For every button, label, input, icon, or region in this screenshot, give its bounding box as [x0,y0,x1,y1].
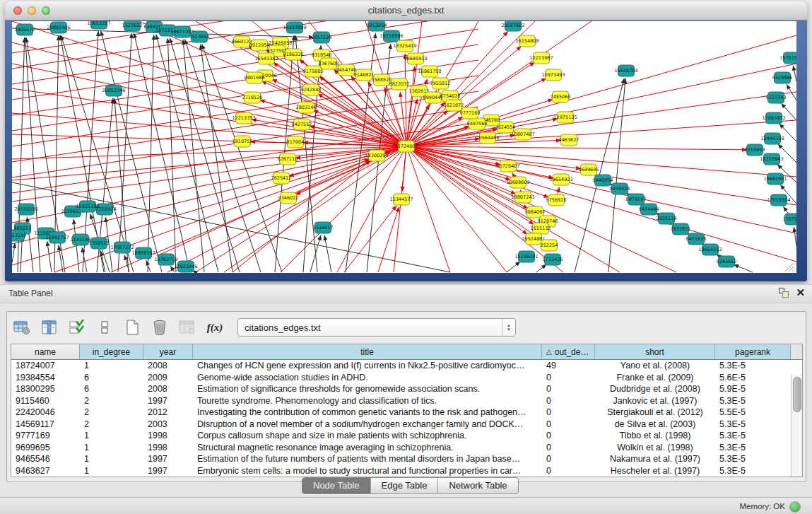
cell-pagerank[interactable]: 5.5E-5 [715,407,791,417]
graph-node[interactable]: 8938924 [610,183,630,194]
graph-node[interactable]: 8267110 [278,153,298,165]
cell-out_degree[interactable]: 0 [542,384,595,394]
cell-short[interactable]: Nakamura et al. (1997) [595,454,715,464]
header-out-degree[interactable]: △ out_de… [542,344,595,359]
cell-in_degree[interactable]: 1 [80,454,143,464]
graph-node[interactable]: 16210643 [760,153,783,165]
select-rows-button[interactable] [68,318,86,337]
cell-short[interactable]: Yano et al. (2008) [595,361,715,370]
cell-title[interactable]: Changes of HCN gene expression and I(f) … [193,361,542,370]
graph-node[interactable]: 2935114 [657,213,677,224]
graph-node[interactable]: 12923446 [174,261,197,272]
resize-grip-icon[interactable] [792,270,794,271]
cell-in_degree[interactable]: 6 [80,384,143,394]
graph-node[interactable]: 12975125 [553,112,577,123]
tab-node-table[interactable]: Node Table [302,478,371,493]
window-titlebar[interactable]: citations_edges.txt [5,1,807,21]
cell-out_degree[interactable]: 0 [542,454,595,464]
table-row[interactable]: 1872400712008Changes of HCN gene express… [11,360,791,372]
cell-title[interactable]: Embryonic stem cells: a model to study s… [193,466,542,476]
graph-node[interactable]: 18640910 [404,53,427,64]
graph-node[interactable]: 9440954 [593,175,613,186]
header-pagerank[interactable]: pagerank [715,344,791,359]
graph-node[interactable]: 9245652 [717,256,737,267]
graph-node[interactable]: 9227343 [766,92,787,103]
graph-node[interactable]: 1733426 [543,254,563,265]
graph-node[interactable]: 1350515 [89,238,110,249]
cell-out_degree[interactable]: 0 [542,419,595,429]
graph-node[interactable]: 7825412 [271,173,292,184]
float-panel-icon[interactable] [779,288,789,298]
cell-year[interactable]: 1997 [143,454,193,464]
graph-node[interactable]: 2405572 [15,24,35,35]
table-scrollbar-thumb[interactable] [793,377,801,412]
graph-node[interactable]: 9346022 [278,192,299,204]
cell-title[interactable]: Tourette syndrome. Phenomenology and cla… [193,396,542,406]
cell-year[interactable]: 2009 [143,373,193,382]
cell-in_degree[interactable]: 1 [80,431,143,440]
show-columns-button[interactable] [40,318,59,337]
graph-node[interactable]: 16961758 [418,66,441,77]
cell-title[interactable]: Investigating the contribution of common… [193,407,542,417]
graph-node[interactable]: 16958167 [131,247,155,259]
graph-node[interactable]: 15751074 [779,52,796,64]
close-panel-icon[interactable]: ✕ [796,288,805,298]
graph-node[interactable]: 17957272 [110,242,134,253]
graph-node[interactable]: 9756928 [546,194,567,206]
cell-pagerank[interactable]: 5.3E-5 [715,443,791,452]
graph-node[interactable]: 6497568 [467,118,488,129]
cell-year[interactable]: 2012 [143,407,193,417]
graph-node[interactable]: 3913159 [12,230,26,241]
graph-node[interactable]: 9242848 [301,84,322,95]
graph-node[interactable]: 16154808 [515,35,539,47]
graph-node[interactable]: 18724007 [394,141,418,152]
graph-node[interactable]: 7485063 [551,91,571,103]
cell-name[interactable]: 14569117 [11,419,80,429]
table-row[interactable]: 1938455462009Genome-wide association stu… [11,372,791,384]
graph-node[interactable]: 12444158 [760,133,784,144]
graph-node[interactable]: 16543382 [254,53,278,64]
cell-year[interactable]: 1998 [143,443,193,452]
graph-node[interactable]: 8813054 [367,21,387,31]
graph-node[interactable]: 9474444 [639,204,659,215]
cell-year[interactable]: 1997 [143,396,193,406]
cell-name[interactable]: 18300295 [11,384,80,394]
cell-in_degree[interactable]: 6 [80,373,143,382]
graph-node[interactable]: 12213353 [232,112,255,124]
graph-node[interactable]: 9699695 [579,164,599,175]
cell-pagerank[interactable]: 5.3E-5 [715,361,791,370]
graph-node[interactable]: 12093832 [762,112,785,124]
cell-pagerank[interactable]: 5.3E-5 [715,466,791,476]
graph-node[interactable]: 20587682 [501,21,524,31]
cell-pagerank[interactable]: 5.3E-5 [715,431,791,440]
graph-node[interactable]: 9463627 [559,134,579,146]
table-row[interactable]: 1456911722003Disruption of a novel membe… [11,419,791,431]
graph-node[interactable]: 7955812 [430,78,451,89]
header-title[interactable]: title [193,344,542,359]
cell-in_degree[interactable]: 2 [80,396,143,406]
graph-node[interactable]: 1534457 [313,222,334,233]
cell-pagerank[interactable]: 5.9E-5 [715,384,791,394]
graph-node[interactable]: 7632621 [671,223,691,235]
cell-in_degree[interactable]: 1 [80,466,143,476]
cell-out_degree[interactable]: 0 [542,407,595,417]
table-row[interactable]: 2242004622012Investigating the contribut… [11,407,791,419]
cell-short[interactable]: Dudbridge et al. (2008) [595,384,715,394]
cell-out_degree[interactable]: 49 [542,361,595,370]
table-settings-button[interactable] [13,318,31,337]
table-row[interactable]: 946554611997Estimation of the future num… [11,453,791,465]
cell-year[interactable]: 1998 [143,431,193,440]
new-table-button[interactable] [123,318,141,337]
cell-short[interactable]: Jankovic et al. (1997) [595,396,715,406]
graph-node[interactable]: 7513054 [189,31,210,42]
cell-title[interactable]: Genome-wide association studies in ADHD. [193,373,542,382]
graph-node[interactable]: 16648784 [614,65,637,76]
graph-node[interactable]: 17016504 [767,194,790,206]
graph-node[interactable]: 2718120 [242,92,263,103]
cell-short[interactable]: de Silva et al. (2003) [595,419,715,429]
graph-node[interactable]: 252254 [541,240,558,251]
cell-short[interactable]: Franke et al. (2009) [595,373,715,382]
header-short[interactable]: short [595,344,715,359]
cell-short[interactable]: Hescheler et al. (1997) [595,466,715,476]
graph-node[interactable]: 1615132 [531,223,551,234]
